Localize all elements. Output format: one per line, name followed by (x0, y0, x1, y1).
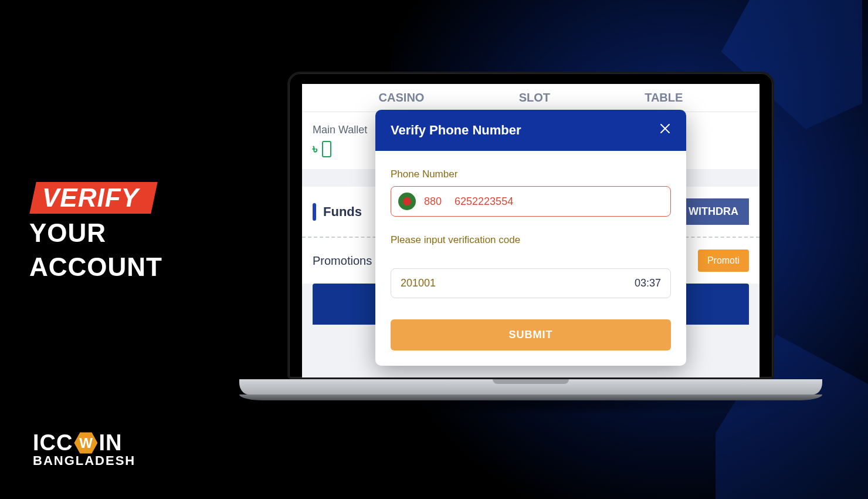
laptop-bezel: CASINO SLOT TABLE Main Wallet ৳ Funds WI… (287, 72, 774, 379)
laptop-screen: CASINO SLOT TABLE Main Wallet ৳ Funds WI… (302, 84, 760, 377)
nav-tabs: CASINO SLOT TABLE (302, 84, 760, 112)
bangladesh-flag-icon (398, 193, 416, 210)
funds-label: Funds (323, 204, 362, 220)
promotions-label: Promotions (313, 254, 372, 268)
withdraw-button[interactable]: WITHDRA (678, 198, 749, 225)
modal-title: Verify Phone Number (391, 123, 521, 138)
funds-accent-bar (313, 203, 316, 221)
verification-code-label: Please input verification code (391, 234, 671, 246)
hero-line-2: ACCOUNT (29, 252, 162, 282)
verify-phone-modal: Verify Phone Number Phone Number 880 625… (375, 110, 686, 366)
countdown-timer: 03:37 (635, 277, 661, 289)
tab-casino[interactable]: CASINO (379, 91, 425, 104)
hero-text-block: VERIFY YOUR ACCOUNT (29, 182, 162, 282)
promotions-button[interactable]: Promoti (698, 250, 749, 272)
modal-header: Verify Phone Number (375, 110, 686, 151)
laptop-foot (239, 395, 822, 400)
hero-line-1: YOUR (29, 218, 162, 248)
brand-subtext: BANGLADESH (33, 453, 135, 468)
modal-body: Phone Number 880 6252223554 Please input… (375, 151, 686, 366)
tab-table[interactable]: TABLE (645, 91, 683, 104)
verification-code-input[interactable]: 201001 03:37 (391, 268, 671, 298)
verification-code-value: 201001 (401, 277, 436, 289)
verify-badge: VERIFY (29, 182, 157, 214)
phone-number-label: Phone Number (391, 168, 671, 180)
close-icon[interactable] (659, 123, 671, 138)
phone-number-input[interactable]: 880 6252223554 (391, 186, 671, 217)
verify-badge-text: VERIFY (42, 183, 139, 213)
brand-logo: ICC W IN BANGLADESH (33, 430, 135, 468)
submit-button[interactable]: SUBMIT (391, 319, 671, 350)
brand-suffix: IN (99, 430, 122, 456)
currency-icon: ৳ (313, 141, 317, 157)
brand-hex-icon: W (74, 431, 97, 455)
brand-prefix: ICC (33, 430, 73, 456)
laptop-mockup: CASINO SLOT TABLE Main Wallet ৳ Funds WI… (287, 72, 774, 400)
tab-slot[interactable]: SLOT (519, 91, 550, 104)
country-code: 880 (424, 195, 442, 208)
laptop-base (239, 379, 822, 395)
phone-number-value: 6252223554 (455, 195, 513, 208)
wallet-amount-placeholder (322, 141, 331, 157)
